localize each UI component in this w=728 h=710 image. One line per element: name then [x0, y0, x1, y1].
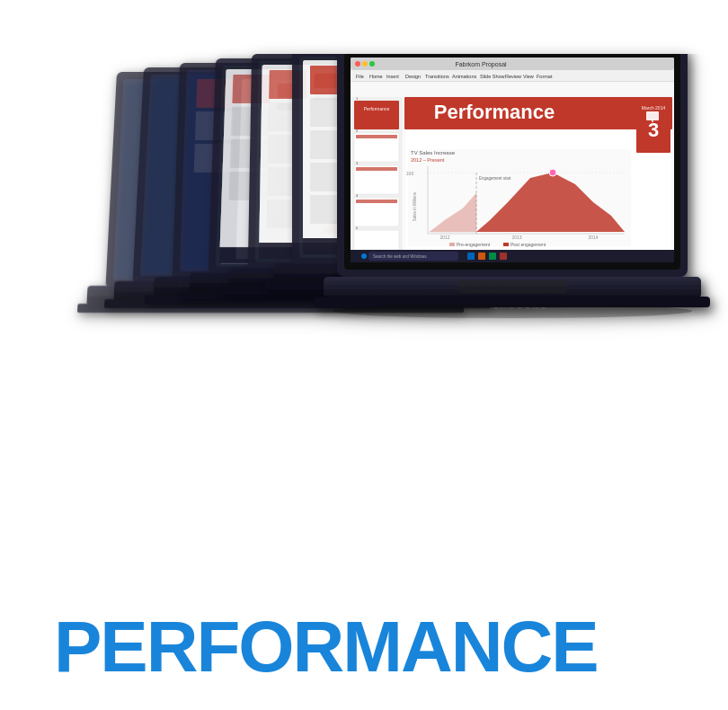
svg-text:Performance: Performance — [364, 106, 390, 111]
main-scene: Performance Fabr — [0, 0, 728, 710]
svg-point-70 — [355, 61, 360, 67]
svg-text:File: File — [356, 74, 364, 79]
svg-point-71 — [362, 61, 368, 67]
svg-text:Sales in Millions: Sales in Millions — [413, 191, 417, 221]
svg-text:Animations: Animations — [452, 74, 476, 79]
svg-rect-138 — [478, 253, 485, 260]
svg-text:Transitions: Transitions — [425, 74, 449, 79]
svg-text:March 2014: March 2014 — [642, 105, 666, 111]
svg-text:Review: Review — [505, 74, 521, 79]
bottom-text: PERFORMANCE — [54, 611, 598, 683]
svg-text:Engagement start: Engagement start — [479, 176, 511, 181]
svg-rect-127 — [503, 243, 509, 246]
svg-text:Format: Format — [537, 74, 553, 79]
svg-rect-84 — [351, 81, 674, 97]
svg-point-145 — [333, 304, 692, 318]
svg-text:View: View — [523, 74, 534, 79]
svg-point-136 — [361, 253, 367, 259]
svg-rect-87 — [354, 101, 399, 129]
svg-text:Post engagement: Post engagement — [510, 242, 546, 247]
svg-text:2012: 2012 — [439, 235, 449, 240]
laptops-container: Performance Fabr — [45, 54, 683, 521]
svg-point-72 — [369, 61, 375, 67]
svg-text:Insert: Insert — [386, 74, 399, 79]
svg-rect-85 — [351, 81, 674, 82]
svg-rect-142 — [458, 280, 566, 293]
svg-rect-68 — [351, 58, 674, 70]
svg-rect-94 — [356, 167, 397, 171]
svg-text:3: 3 — [648, 119, 659, 141]
svg-text:Fabrkom Proposal: Fabrkom Proposal — [455, 61, 507, 68]
laptops-svg: Performance Fabr — [45, 54, 728, 539]
svg-text:Pre-engagement: Pre-engagement — [457, 242, 491, 247]
svg-rect-125 — [449, 243, 455, 246]
svg-rect-91 — [356, 135, 397, 138]
svg-rect-97 — [356, 200, 397, 203]
svg-text:2012 – Present: 2012 – Present — [411, 157, 445, 163]
svg-rect-139 — [489, 253, 496, 260]
svg-rect-137 — [467, 253, 475, 260]
svg-text:2013: 2013 — [511, 235, 521, 240]
svg-rect-140 — [500, 253, 507, 260]
svg-text:Performance: Performance — [434, 101, 555, 123]
svg-text:100: 100 — [406, 171, 414, 176]
svg-text:Search the web and Windows: Search the web and Windows — [373, 254, 427, 259]
svg-point-124 — [549, 169, 556, 176]
svg-text:Home: Home — [369, 74, 383, 79]
svg-rect-99 — [354, 230, 399, 250]
svg-text:Slide Show: Slide Show — [480, 74, 505, 79]
svg-text:2014: 2014 — [588, 235, 598, 240]
svg-text:TV Sales Increase: TV Sales Increase — [411, 150, 456, 155]
svg-text:Design: Design — [405, 74, 421, 79]
